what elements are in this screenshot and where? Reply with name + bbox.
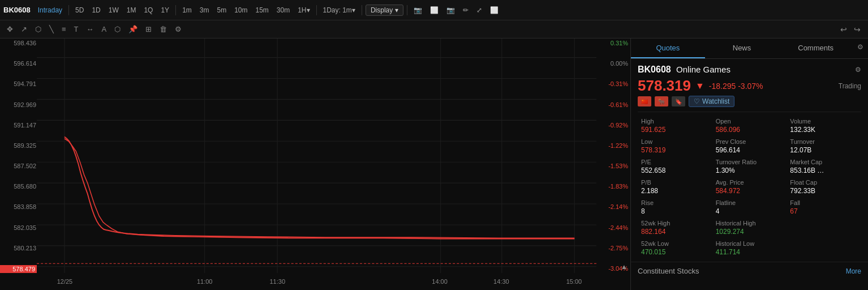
screenshot-icon[interactable]: 📷 — [444, 5, 458, 15]
settings-icon[interactable]: ⚙ — [853, 39, 868, 58]
hex-icon[interactable]: ⬡ — [112, 24, 123, 35]
x-label-1100: 11:00 — [197, 278, 213, 285]
panel-gear-icon[interactable]: ⚙ — [855, 66, 861, 74]
tf-1m[interactable]: 1M — [124, 5, 139, 15]
list-icon[interactable]: ≡ — [59, 24, 68, 35]
pct-4: -0.92% — [599, 122, 628, 129]
tf-1q[interactable]: 1Q — [141, 5, 156, 15]
price-change: -18.295 -3.07% — [709, 82, 763, 91]
watchlist-btn[interactable]: ♡ Watchlist — [689, 96, 734, 107]
int-1m[interactable]: 1m — [179, 5, 195, 15]
camera-icon[interactable]: 📷 — [411, 5, 425, 15]
pointer-icon[interactable]: ↗ — [19, 24, 29, 35]
tab-news[interactable]: News — [705, 39, 779, 58]
stat-pb-label: P/B — [641, 179, 709, 186]
right-panel: Quotes News Comments ⚙ BK0608 Online Gam… — [630, 39, 868, 290]
tf-5d[interactable]: 5D — [72, 5, 87, 15]
shape-icon[interactable]: ⬡ — [33, 24, 44, 35]
stat-fall-label: Fall — [790, 199, 858, 206]
stat-histh-value: 1029.274 — [716, 228, 784, 236]
pct-5: -1.22% — [599, 142, 628, 149]
stat-empty-1 — [787, 218, 861, 238]
pin-icon[interactable]: 📌 — [126, 24, 140, 35]
stat-52wkl-value: 470.015 — [641, 248, 709, 256]
tf-1d[interactable]: 1D — [89, 5, 103, 15]
bookmark-btn[interactable]: 🔖 — [672, 96, 685, 106]
stat-volume-value: 132.33K — [790, 126, 858, 134]
right-tabs: Quotes News Comments ⚙ — [631, 39, 868, 59]
stat-float-cap: Float Cap 792.33B — [787, 177, 861, 197]
price-change-pct: -3.07% — [738, 82, 763, 91]
stat-low: Low 578.319 — [638, 136, 712, 156]
int-10m[interactable]: 10m — [231, 5, 250, 15]
display-button[interactable]: Display ▾ — [366, 5, 403, 16]
stat-prevclose-value: 596.614 — [716, 146, 784, 154]
int-3m[interactable]: 3m — [197, 5, 212, 15]
stat-low-value: 578.319 — [641, 146, 709, 154]
layout-icon[interactable]: ⬜ — [427, 5, 441, 15]
stat-pe-value: 552.658 — [641, 167, 709, 174]
stat-hist-high: Historical High 1029.274 — [712, 218, 787, 238]
y-label-10: 580.213 — [2, 245, 36, 251]
delete-icon[interactable]: 🗑 — [157, 24, 169, 35]
ruler-icon[interactable]: ⊞ — [143, 24, 154, 35]
settings-draw-icon[interactable]: ⚙ — [173, 24, 184, 35]
undo-btn[interactable]: ↩ — [837, 24, 850, 35]
stat-open-label: Open — [716, 118, 784, 125]
fullscreen-icon[interactable]: ⬜ — [487, 5, 501, 15]
y-label-9: 582.035 — [2, 224, 36, 231]
intraday-btn[interactable]: Intraday — [35, 5, 65, 15]
draw-icon[interactable]: ✏ — [460, 5, 471, 15]
int-1h[interactable]: 1H▾ — [295, 5, 312, 15]
main-toolbar: BK0608 Intraday 5D 1D 1W 1M 1Q 1Y 1m 3m … — [0, 0, 868, 20]
pct-3: -0.61% — [599, 101, 628, 108]
line-icon[interactable]: ╲ — [47, 24, 56, 35]
main-content: 598.436 596.614 594.791 592.969 591.147 … — [0, 39, 868, 290]
stat-toratio-value: 1.30% — [716, 167, 784, 174]
chart-plot[interactable] — [37, 39, 596, 273]
stat-turnover-label: Turnover — [790, 138, 858, 145]
sep5 — [407, 5, 407, 15]
chevron-up-btn[interactable]: ▲ — [621, 263, 628, 271]
stat-52wk-low: 52wk Low 470.015 — [638, 238, 712, 258]
text-icon[interactable]: T — [72, 24, 81, 35]
stat-open-value: 586.096 — [716, 126, 784, 134]
bull-btn[interactable]: 🐂 — [655, 96, 668, 106]
tab-comments[interactable]: Comments — [779, 39, 853, 58]
flag-btn[interactable]: 🇨🇳 — [638, 96, 651, 106]
period-selector[interactable]: 1Day: 1m▾ — [320, 5, 358, 15]
pct-10: -2.75% — [599, 245, 628, 251]
current-price-tag: 578.479 — [0, 265, 37, 273]
pct-9: -2.44% — [599, 224, 628, 231]
int-5m[interactable]: 5m — [214, 5, 229, 15]
stat-prevclose-label: Prev Close — [716, 138, 784, 145]
stock-info: BK0608 Online Games ⚙ 578.319 ▼ -18.295 … — [631, 59, 868, 262]
int-30m[interactable]: 30m — [274, 5, 293, 15]
y-axis: 598.436 596.614 594.791 592.969 591.147 … — [0, 39, 37, 273]
ticker-code[interactable]: BK0608 — [3, 6, 31, 14]
pct-0: 0.31% — [599, 40, 628, 46]
stat-hist-low: Historical Low 411.714 — [712, 238, 787, 258]
stat-mktcap: Market Cap 853.16B … — [787, 156, 861, 177]
cursor-icon[interactable]: ✥ — [5, 24, 15, 35]
stat-turnover-value: 12.07B — [790, 146, 858, 154]
stat-floatcap-value: 792.33B — [790, 187, 858, 195]
font-icon[interactable]: A — [100, 24, 109, 35]
arrow-icon[interactable]: ↔ — [84, 24, 96, 35]
y-label-6: 587.502 — [2, 163, 36, 169]
int-15m[interactable]: 15m — [252, 5, 271, 15]
tab-quotes[interactable]: Quotes — [631, 39, 705, 58]
chart-svg — [37, 39, 596, 273]
stat-fall: Fall 67 — [787, 197, 861, 218]
x-label-1500: 15:00 — [566, 278, 582, 285]
tab-comments-label: Comments — [798, 44, 833, 52]
stat-volume: Volume 132.33K — [787, 116, 861, 136]
stat-volume-label: Volume — [790, 118, 858, 125]
tf-1y[interactable]: 1Y — [158, 5, 172, 15]
redo-btn[interactable]: ↪ — [851, 24, 863, 35]
y-label-0: 598.436 — [2, 40, 36, 46]
tf-1w[interactable]: 1W — [106, 5, 122, 15]
more-link[interactable]: More — [846, 267, 861, 275]
expand-icon[interactable]: ⤢ — [474, 5, 485, 15]
tab-quotes-label: Quotes — [656, 44, 680, 52]
